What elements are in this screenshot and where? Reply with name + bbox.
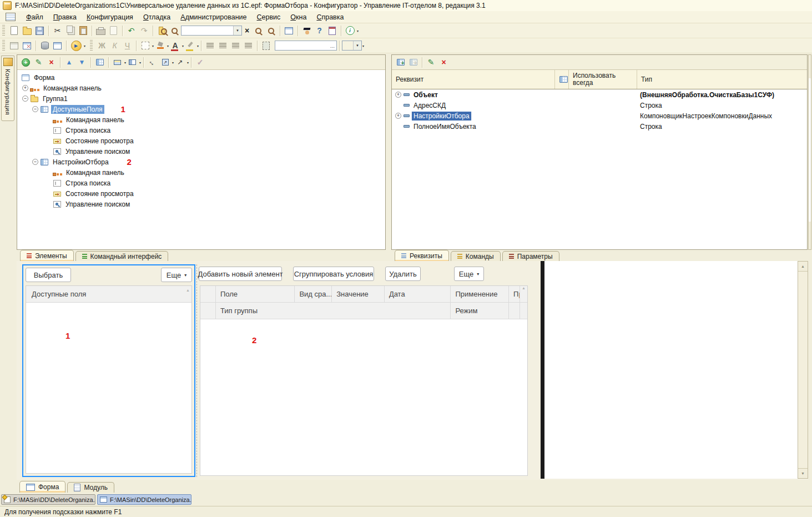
align-left-button[interactable] bbox=[204, 39, 216, 52]
find-next-button[interactable] bbox=[252, 24, 265, 37]
tree-item[interactable]: Строка поиска bbox=[17, 178, 385, 188]
right-scroll-strip[interactable] bbox=[808, 54, 811, 250]
edit-element-button[interactable]: ✎ bbox=[32, 56, 45, 69]
expander-icon[interactable]: + bbox=[395, 92, 401, 98]
arrange-options-icon[interactable]: ▾ bbox=[187, 61, 189, 64]
taskbar-window-button-2[interactable]: F:\MASin\DD\DeleteOrganiza... bbox=[97, 494, 191, 505]
undo-button[interactable]: ↶ bbox=[125, 24, 138, 37]
column-header[interactable]: Пр bbox=[509, 286, 520, 303]
toolbar-options-icon[interactable]: ▾ bbox=[362, 44, 364, 48]
copy-button[interactable] bbox=[64, 24, 77, 37]
taskbar-window-button-1[interactable]: F:\MASin\DD\DeleteOrganiza... bbox=[1, 494, 95, 505]
tree-item[interactable]: Управление поиском bbox=[17, 146, 385, 157]
arrange-button[interactable]: ↗ bbox=[174, 56, 186, 69]
editor-tab[interactable]: Форма bbox=[19, 481, 65, 493]
fill-color-button[interactable] bbox=[154, 39, 167, 52]
help-search-button[interactable]: ? bbox=[313, 24, 326, 37]
available-fields-table[interactable]: Доступные поля ▲ bbox=[26, 285, 192, 474]
group-conditions-button[interactable]: Сгруппировать условия bbox=[293, 267, 374, 281]
filter-table[interactable]: ПолеВид сра...ЗначениеДатаПрименениеПр▲ … bbox=[200, 285, 528, 476]
style-combobox[interactable]: ... bbox=[275, 41, 337, 51]
underline-button[interactable]: Ч bbox=[121, 39, 134, 52]
font-color-button[interactable]: А bbox=[169, 39, 181, 52]
clear-search-button[interactable]: × bbox=[242, 24, 252, 37]
expander-icon[interactable]: − bbox=[32, 159, 38, 165]
align-center-button[interactable] bbox=[216, 39, 229, 52]
add-attribute-button[interactable]: + bbox=[394, 56, 407, 69]
named-region-button[interactable] bbox=[260, 39, 273, 52]
select-button[interactable]: Выбрать bbox=[26, 268, 71, 282]
panels-layout-button[interactable] bbox=[126, 56, 139, 69]
form-close-button[interactable] bbox=[21, 39, 33, 52]
find-previous-button[interactable] bbox=[265, 24, 278, 37]
form-edit-button[interactable] bbox=[8, 39, 21, 52]
syntax-check-button[interactable] bbox=[300, 24, 313, 37]
toolbar-grip[interactable] bbox=[90, 40, 93, 51]
attributes-tab[interactable]: Параметры bbox=[502, 251, 559, 262]
global-search-button[interactable] bbox=[155, 24, 168, 37]
resize-element-button[interactable]: ↗ bbox=[159, 56, 172, 69]
attribute-row[interactable]: ПолноеИмяОбъектаСтрока bbox=[392, 121, 807, 132]
syntax-helper-button[interactable] bbox=[326, 24, 339, 37]
use-always-column-header[interactable]: Использовать всегда bbox=[569, 70, 637, 89]
expander-icon[interactable]: + bbox=[22, 85, 28, 91]
vertical-scrollbar[interactable]: ▲ ▼ bbox=[798, 261, 808, 479]
tree-item[interactable]: Командная панель bbox=[17, 167, 385, 178]
color-dropdown-icon[interactable]: ▼ bbox=[353, 41, 361, 50]
menu-item-4[interactable]: Отладка bbox=[138, 12, 175, 22]
type-column-header[interactable]: Тип bbox=[637, 70, 807, 89]
add-new-element-button[interactable]: Добавить новый элемент bbox=[199, 267, 282, 281]
database-button[interactable] bbox=[38, 39, 51, 52]
borders-button[interactable] bbox=[139, 39, 152, 52]
new-document-button[interactable] bbox=[8, 24, 21, 37]
scroll-down-button[interactable]: ▼ bbox=[798, 468, 808, 478]
fields-more-button[interactable]: Еще▾ bbox=[161, 268, 192, 282]
save-button[interactable] bbox=[33, 24, 46, 37]
subheader-cell[interactable]: Тип группы bbox=[216, 303, 451, 319]
attributes-tab[interactable]: Реквизиты bbox=[395, 250, 449, 262]
elements-tab[interactable]: Элементы bbox=[20, 250, 74, 262]
tree-item[interactable]: −НастройкиОтбора2 bbox=[17, 157, 385, 167]
highlight-button[interactable] bbox=[184, 39, 196, 52]
redo-button[interactable]: ↷ bbox=[138, 24, 150, 37]
column-header[interactable]: Значение bbox=[332, 286, 385, 303]
table-form-button[interactable] bbox=[51, 39, 64, 52]
tree-item[interactable]: Строка поиска bbox=[17, 125, 385, 135]
toolbar-options-icon[interactable]: ▾ bbox=[357, 29, 359, 33]
info-button[interactable]: i bbox=[344, 24, 356, 37]
tree-item[interactable]: −Группа1 bbox=[17, 93, 385, 104]
configuration-side-tab[interactable]: Конфигурация bbox=[1, 56, 14, 121]
move-up-button[interactable]: ▲ bbox=[63, 56, 75, 69]
subheader-cell[interactable]: Режим bbox=[451, 303, 509, 319]
available-fields-group[interactable]: Выбрать Еще▾ Доступные поля ▲ 1 bbox=[22, 264, 195, 477]
tree-item[interactable]: +Командная панель bbox=[17, 83, 385, 93]
expander-icon[interactable]: − bbox=[22, 96, 28, 102]
open-button[interactable] bbox=[21, 24, 33, 37]
apply-button[interactable]: ✓ bbox=[194, 56, 206, 69]
bold-button[interactable]: Ж bbox=[95, 39, 108, 52]
available-fields-header[interactable]: Доступные поля ▲ bbox=[26, 286, 191, 303]
style-more-icon[interactable]: ... bbox=[330, 43, 336, 49]
menu-item-1[interactable]: Файл bbox=[21, 12, 48, 22]
italic-button[interactable]: К bbox=[108, 39, 121, 52]
editor-tab[interactable]: Модуль bbox=[67, 482, 114, 493]
attribute-row[interactable]: +Объект(ВнешняяОбработка.ОчисткаБазы1СУФ… bbox=[392, 89, 807, 100]
align-right-button[interactable] bbox=[229, 39, 242, 52]
column-header[interactable]: Применение bbox=[451, 286, 509, 303]
tree-item[interactable]: Форма bbox=[17, 72, 385, 83]
menu-item-2[interactable]: Правка bbox=[48, 12, 82, 22]
tree-item[interactable]: Командная панель bbox=[17, 114, 385, 125]
add-table-attribute-button[interactable]: + bbox=[407, 56, 420, 69]
align-justify-button[interactable] bbox=[242, 39, 255, 52]
toolbar-grip[interactable] bbox=[2, 25, 5, 36]
menu-item-6[interactable]: Сервис bbox=[252, 12, 286, 22]
menu-item-7[interactable]: Окна bbox=[285, 12, 311, 22]
find-button[interactable] bbox=[168, 24, 181, 37]
swap-elements-button[interactable]: ↔ bbox=[146, 56, 159, 69]
sort-icon[interactable]: ▲ bbox=[186, 288, 190, 292]
menu-item-3[interactable]: Конфигурация bbox=[82, 12, 138, 22]
elements-tab[interactable]: Командный интерфейс bbox=[75, 251, 169, 262]
preview-form-button[interactable] bbox=[111, 56, 124, 69]
scroll-up-button[interactable]: ▲ bbox=[798, 262, 808, 272]
menu-item-5[interactable]: Администрирование bbox=[175, 12, 251, 22]
